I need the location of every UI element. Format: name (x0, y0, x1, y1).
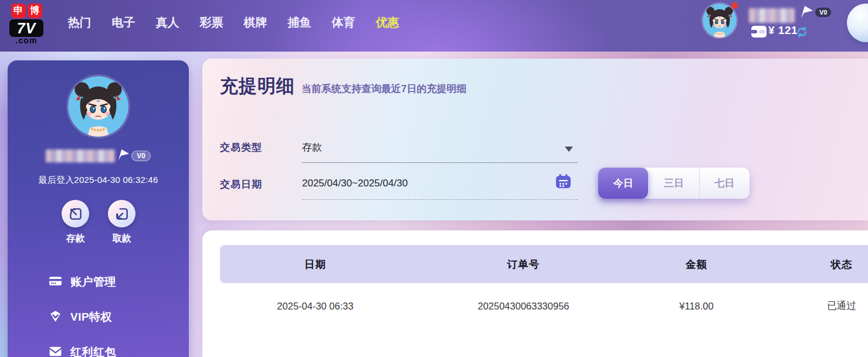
sidebar-username-row: V0 (8, 148, 189, 164)
brand-seals: 申 博 (11, 4, 42, 18)
withdraw-button[interactable]: 取款 (99, 200, 145, 245)
brand-seal-left: 申 (11, 4, 26, 18)
withdraw-icon (108, 200, 135, 227)
brand-logo-text: 7V (9, 19, 43, 37)
refresh-balance-icon[interactable] (795, 25, 809, 41)
account-sidebar: V0 最后登入2025-04-30 06:32:46 存款 取款 (8, 60, 189, 357)
withdraw-label: 取款 (99, 233, 145, 245)
vip-badge-icon (48, 309, 63, 326)
type-field-underline (302, 162, 578, 163)
records-panel: 日期 订单号 金额 状态 2025-04-30 06:33 2025043006… (202, 230, 868, 357)
sidebar-item-vip[interactable]: VIP特权 (48, 309, 112, 325)
filters-panel: 充提明细 当前系统支持查询最近7日的充提明细 交易类型 存款 交易日期 2025… (202, 59, 868, 220)
table-row[interactable]: 2025-04-30 06:33 20250430063330956 ¥118.… (220, 283, 868, 329)
last-login-text: 最后登入2025-04-30 06:32:46 (8, 175, 189, 186)
username-masked (46, 149, 115, 162)
column-header-order-no: 订单号 (411, 245, 636, 283)
cell-status: 已通过 (757, 300, 868, 312)
cell-date: 2025-04-30 06:33 (220, 301, 411, 312)
username-masked (749, 8, 795, 23)
sidebar-item-account[interactable]: 账户管理 (48, 274, 116, 290)
page-title: 充提明细 (220, 74, 295, 98)
tab-three-days[interactable]: 三日 (649, 168, 699, 199)
cell-order-no: 20250430063330956 (411, 301, 636, 312)
transaction-date-label: 交易日期 (220, 178, 262, 191)
transaction-date-value[interactable]: 2025/04/30~2025/04/30 (302, 178, 408, 189)
nav-item-cards[interactable]: 棋牌 (233, 15, 277, 30)
notification-dot (731, 2, 738, 9)
column-header-amount: 金额 (636, 245, 757, 283)
bank-card-icon (48, 274, 63, 291)
nav-item-fishing[interactable]: 捕鱼 (277, 15, 321, 30)
nav-item-slots[interactable]: 电子 (101, 15, 145, 30)
calendar-icon[interactable] (555, 174, 571, 192)
column-header-date: 日期 (220, 245, 411, 283)
sidebar-item-label: 红利红包 (70, 345, 116, 357)
wallet-balance: ¥ 121 (768, 24, 798, 37)
page-background: V0 最后登入2025-04-30 06:32:46 存款 取款 (0, 52, 868, 357)
transaction-type-value[interactable]: 存款 (302, 141, 322, 154)
deposit-button[interactable]: 存款 (52, 200, 99, 245)
brand-domain: .com (16, 36, 38, 45)
nav-item-live[interactable]: 真人 (145, 15, 189, 30)
nav-item-promo[interactable]: 优惠 (365, 15, 409, 30)
floating-widget-partial[interactable] (847, 4, 868, 42)
deposit-label: 存款 (52, 233, 99, 245)
brand-logo[interactable]: 申 博 7V .com (8, 4, 45, 45)
main-nav: 热门 电子 真人 彩票 棋牌 捕鱼 体育 优惠 (57, 0, 409, 45)
avatar-girl-illustration (703, 4, 737, 38)
user-avatar[interactable] (703, 4, 737, 38)
wallet-icon (751, 25, 767, 40)
nav-item-hot[interactable]: 热门 (57, 15, 101, 30)
vip-flag-icon (116, 148, 130, 164)
chevron-down-icon[interactable] (565, 147, 573, 152)
sidebar-item-label: 账户管理 (70, 274, 116, 290)
table-header-row: 日期 订单号 金额 状态 (220, 245, 868, 283)
brand-seal-right: 博 (28, 4, 42, 18)
date-range-tab-group: 今日 三日 七日 (598, 168, 750, 199)
avatar-girl-illustration (68, 76, 128, 137)
panel-title-row: 充提明细 当前系统支持查询最近7日的充提明细 (220, 74, 466, 98)
vip-level-badge: V0 (131, 151, 151, 161)
page-subtitle: 当前系统支持查询最近7日的充提明细 (301, 82, 466, 96)
red-envelope-icon (48, 344, 63, 357)
tab-seven-days[interactable]: 七日 (700, 168, 750, 199)
nav-item-sports[interactable]: 体育 (321, 15, 365, 30)
nav-item-lottery[interactable]: 彩票 (189, 15, 233, 30)
top-navbar: 申 博 7V .com 热门 电子 真人 彩票 棋牌 捕鱼 体育 优惠 (0, 0, 868, 52)
cell-amount: ¥118.00 (636, 301, 757, 312)
date-field-underline (302, 199, 578, 200)
column-header-status: 状态 (757, 245, 868, 283)
sidebar-item-label: VIP特权 (70, 310, 112, 325)
sidebar-item-bonus[interactable]: 红利红包 (48, 344, 116, 357)
tab-today[interactable]: 今日 (598, 168, 649, 199)
transaction-type-label: 交易类型 (220, 141, 262, 154)
vip-flag-icon (799, 5, 814, 21)
vip-level-badge: V0 (815, 8, 831, 17)
sidebar-user-avatar[interactable] (68, 76, 128, 137)
deposit-icon (62, 200, 89, 227)
